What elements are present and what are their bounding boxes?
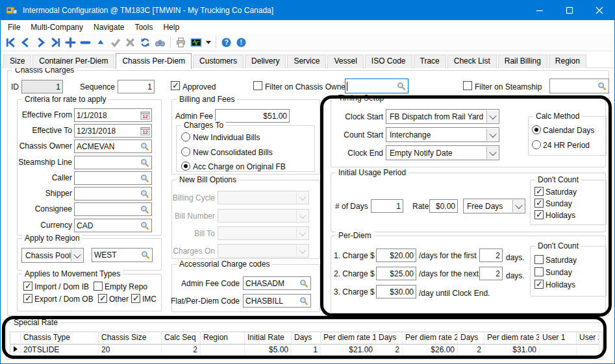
lookup-icon[interactable] bbox=[299, 296, 310, 306]
column-header[interactable]: Per diem rate 1 bbox=[321, 332, 376, 345]
filter-chassis-owner-field[interactable] bbox=[345, 79, 408, 93]
column-header[interactable]: Per diem rate 3 bbox=[484, 332, 540, 345]
table-cell[interactable]: 2 bbox=[162, 345, 201, 357]
table-cell[interactable]: $31.00 bbox=[484, 345, 540, 357]
table-cell[interactable]: 2 bbox=[458, 345, 484, 357]
new-consolidated-bills-radio[interactable] bbox=[181, 147, 190, 156]
tab-container-per-diem[interactable]: Container Per-Diem bbox=[32, 55, 114, 68]
table-cell[interactable]: $5.00 bbox=[245, 345, 292, 357]
column-header[interactable]: User 2 bbox=[577, 332, 599, 345]
column-header[interactable]: Days bbox=[376, 332, 403, 345]
effective-from-field[interactable]: 12 bbox=[74, 108, 152, 122]
table-cell[interactable]: 20 bbox=[99, 345, 162, 357]
export-dom-ob-checkbox[interactable]: ✓ bbox=[23, 294, 32, 303]
imc-checkbox[interactable]: ✓ bbox=[131, 294, 140, 303]
consignee-field[interactable] bbox=[74, 202, 152, 216]
acc-charge-original-fb-radio[interactable] bbox=[181, 162, 190, 171]
tab-customers[interactable]: Customers bbox=[193, 55, 244, 68]
approved-checkbox[interactable]: ✓ bbox=[171, 81, 180, 90]
filter-steamship-checkbox[interactable]: ✓ bbox=[463, 81, 472, 90]
chevron-down-icon[interactable] bbox=[486, 128, 498, 141]
new-individual-bills-radio[interactable] bbox=[181, 132, 190, 141]
tab-region[interactable]: Region bbox=[549, 55, 586, 68]
admin-fee-code-field[interactable] bbox=[243, 276, 311, 290]
print-icon[interactable] bbox=[173, 35, 188, 50]
per-diem-holidays-checkbox[interactable]: ✓ bbox=[534, 280, 544, 289]
filter-chassis-owner-checkbox[interactable]: ✓ bbox=[253, 81, 262, 90]
dropdown-caret-icon[interactable] bbox=[203, 35, 213, 50]
region-type-combo[interactable]: Chassis Pool bbox=[21, 248, 84, 263]
admin-fee-field[interactable] bbox=[215, 109, 290, 123]
chassis-owner-field[interactable] bbox=[74, 140, 152, 153]
per-diem-2-amount-field[interactable] bbox=[376, 267, 416, 280]
column-header[interactable]: Initial Rate bbox=[245, 332, 292, 345]
close-button[interactable] bbox=[584, 1, 614, 20]
per-diem-saturday-checkbox[interactable]: ✓ bbox=[534, 255, 544, 264]
maximize-button[interactable] bbox=[555, 1, 584, 20]
tab-trace[interactable]: Trace bbox=[414, 55, 446, 68]
sequence-field[interactable] bbox=[118, 80, 155, 93]
lookup-icon[interactable] bbox=[597, 81, 608, 91]
table-cell[interactable] bbox=[577, 345, 599, 357]
column-header[interactable]: Days bbox=[458, 332, 484, 345]
help-icon[interactable]: ? bbox=[219, 35, 234, 50]
calendar-icon[interactable]: 12 bbox=[140, 110, 151, 120]
effective-to-field[interactable]: 12 bbox=[74, 124, 152, 138]
per-diem-1-days-field[interactable] bbox=[479, 249, 503, 262]
calendar-icon[interactable]: 12 bbox=[140, 126, 151, 136]
previous-record-icon[interactable] bbox=[18, 35, 33, 50]
first-record-icon[interactable] bbox=[3, 35, 18, 50]
caller-field[interactable] bbox=[74, 171, 152, 185]
tab-vessel[interactable]: Vessel bbox=[327, 55, 363, 68]
tab-delivery[interactable]: Delivery bbox=[245, 55, 286, 68]
menu-multi-company[interactable]: Multi-Company bbox=[25, 21, 88, 33]
tab-rail-billing[interactable]: Rail Billing bbox=[498, 55, 547, 68]
clock-end-combo[interactable]: Empty Notify Date bbox=[386, 145, 499, 160]
lookup-icon[interactable] bbox=[140, 189, 151, 199]
filter-steamship-field[interactable] bbox=[549, 79, 609, 93]
initial-saturday-checkbox[interactable]: ✓ bbox=[534, 187, 544, 196]
up-icon[interactable] bbox=[93, 35, 108, 50]
column-header[interactable]: Per diem rate 2 bbox=[403, 332, 458, 345]
cancel-icon[interactable] bbox=[123, 35, 138, 50]
lookup-icon[interactable] bbox=[396, 81, 407, 91]
add-record-icon[interactable] bbox=[63, 35, 78, 50]
monitor-icon[interactable] bbox=[188, 35, 203, 50]
shipper-field[interactable] bbox=[74, 187, 152, 200]
next-record-icon[interactable] bbox=[33, 35, 48, 50]
chevron-down-icon[interactable] bbox=[512, 200, 524, 212]
column-header[interactable]: User 1 bbox=[540, 332, 577, 345]
currency-field[interactable] bbox=[74, 219, 152, 232]
table-cell[interactable]: 1 bbox=[292, 345, 321, 357]
per-diem-2-days-field[interactable] bbox=[479, 267, 503, 280]
column-header[interactable]: Calc Seq bbox=[162, 332, 201, 345]
per-diem-1-amount-field[interactable] bbox=[376, 249, 416, 262]
info-icon[interactable]: ! bbox=[234, 35, 249, 50]
table-cell[interactable]: 20TSLIDE bbox=[21, 345, 99, 357]
column-header[interactable]: Chassis Size bbox=[99, 332, 162, 345]
tab-service[interactable]: Service bbox=[287, 55, 326, 68]
table-cell[interactable]: 2 bbox=[376, 345, 403, 357]
confirm-icon[interactable] bbox=[108, 35, 123, 50]
per-diem-3-amount-field[interactable] bbox=[376, 285, 416, 298]
import-dom-ib-checkbox[interactable]: ✓ bbox=[23, 282, 32, 291]
empty-repo-checkbox[interactable]: ✓ bbox=[94, 282, 103, 291]
region-field[interactable] bbox=[92, 248, 153, 262]
table-cell[interactable] bbox=[201, 345, 245, 357]
tab-check-list[interactable]: Check List bbox=[447, 55, 497, 68]
rate-type-combo[interactable]: Free Days bbox=[463, 199, 525, 213]
flat-per-diem-code-field[interactable] bbox=[243, 294, 311, 308]
table-cell[interactable]: $21.00 bbox=[321, 345, 376, 357]
clock-start-combo[interactable]: FB Dispatch from Rail Yard bbox=[386, 109, 499, 124]
minimize-button[interactable] bbox=[525, 1, 555, 20]
menu-help[interactable]: Help bbox=[158, 21, 184, 33]
table-cell[interactable]: $26.00 bbox=[403, 345, 458, 357]
chevron-down-icon[interactable] bbox=[486, 147, 498, 159]
steamship-line-field[interactable] bbox=[74, 156, 152, 169]
lookup-icon[interactable] bbox=[140, 158, 151, 167]
menu-navigate[interactable]: Navigate bbox=[88, 21, 129, 33]
lookup-icon[interactable] bbox=[140, 221, 151, 230]
binoculars-icon[interactable] bbox=[153, 35, 168, 50]
refresh-icon[interactable] bbox=[138, 35, 153, 50]
column-header[interactable]: Region bbox=[201, 332, 245, 345]
